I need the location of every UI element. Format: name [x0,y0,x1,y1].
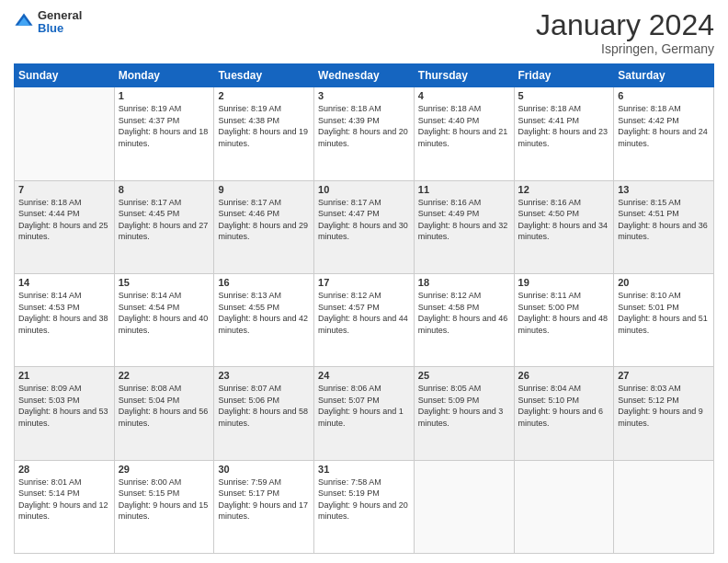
day-info: Sunrise: 8:16 AMSunset: 4:49 PMDaylight:… [418,197,510,243]
day-number: 5 [518,90,610,101]
day-info: Sunrise: 8:19 AMSunset: 4:38 PMDaylight:… [218,103,310,149]
calendar-week-row: 28Sunrise: 8:01 AMSunset: 5:14 PMDayligh… [15,460,714,553]
day-number: 13 [618,184,710,195]
table-row: 19Sunrise: 8:11 AMSunset: 5:00 PMDayligh… [514,273,614,366]
header-thursday: Thursday [414,64,514,87]
day-info: Sunrise: 8:17 AMSunset: 4:45 PMDaylight:… [119,197,210,243]
day-number: 6 [618,90,710,101]
day-number: 15 [119,277,210,288]
day-info: Sunrise: 8:15 AMSunset: 4:51 PMDaylight:… [618,197,710,243]
location: Ispringen, Germany [536,41,714,56]
day-info: Sunrise: 8:01 AMSunset: 5:14 PMDaylight:… [18,477,110,523]
day-info: Sunrise: 8:17 AMSunset: 4:46 PMDaylight:… [218,197,310,243]
table-row: 27Sunrise: 8:03 AMSunset: 5:12 PMDayligh… [614,367,714,460]
table-row: 22Sunrise: 8:08 AMSunset: 5:04 PMDayligh… [114,367,214,460]
day-info: Sunrise: 8:04 AMSunset: 5:10 PMDaylight:… [518,383,610,429]
day-info: Sunrise: 8:18 AMSunset: 4:44 PMDaylight:… [18,197,110,243]
day-number: 9 [218,184,310,195]
day-number: 22 [119,370,210,381]
day-info: Sunrise: 8:18 AMSunset: 4:39 PMDaylight:… [318,103,410,149]
day-info: Sunrise: 8:07 AMSunset: 5:06 PMDaylight:… [218,383,310,429]
logo-icon [14,12,34,32]
day-info: Sunrise: 8:12 AMSunset: 4:58 PMDaylight:… [418,290,510,336]
day-number: 31 [318,464,410,475]
table-row: 31Sunrise: 7:58 AMSunset: 5:19 PMDayligh… [314,460,415,553]
day-number: 25 [418,370,510,381]
day-number: 2 [218,90,310,101]
table-row: 12Sunrise: 8:16 AMSunset: 4:50 PMDayligh… [514,180,614,273]
day-info: Sunrise: 8:18 AMSunset: 4:40 PMDaylight:… [418,103,510,149]
table-row: 13Sunrise: 8:15 AMSunset: 4:51 PMDayligh… [614,180,714,273]
day-info: Sunrise: 8:18 AMSunset: 4:42 PMDaylight:… [618,103,710,149]
day-info: Sunrise: 8:10 AMSunset: 5:01 PMDaylight:… [618,290,710,336]
table-row [15,87,115,180]
table-row: 14Sunrise: 8:14 AMSunset: 4:53 PMDayligh… [15,273,115,366]
logo-blue: Blue [38,22,82,35]
header-friday: Friday [514,64,614,87]
logo-general: General [38,9,82,22]
calendar-week-row: 1Sunrise: 8:19 AMSunset: 4:37 PMDaylight… [15,87,714,180]
calendar-table: Sunday Monday Tuesday Wednesday Thursday… [14,63,714,554]
table-row: 5Sunrise: 8:18 AMSunset: 4:41 PMDaylight… [514,87,614,180]
day-number: 21 [18,370,110,381]
day-info: Sunrise: 8:18 AMSunset: 4:41 PMDaylight:… [518,103,610,149]
day-number: 8 [119,184,210,195]
day-info: Sunrise: 8:14 AMSunset: 4:54 PMDaylight:… [119,290,210,336]
table-row [514,460,614,553]
table-row: 1Sunrise: 8:19 AMSunset: 4:37 PMDaylight… [114,87,214,180]
header-monday: Monday [114,64,214,87]
day-info: Sunrise: 8:16 AMSunset: 4:50 PMDaylight:… [518,197,610,243]
table-row: 4Sunrise: 8:18 AMSunset: 4:40 PMDaylight… [414,87,514,180]
logo: General Blue [14,9,82,36]
table-row: 2Sunrise: 8:19 AMSunset: 4:38 PMDaylight… [214,87,314,180]
table-row: 17Sunrise: 8:12 AMSunset: 4:57 PMDayligh… [314,273,415,366]
title-section: January 2024 Ispringen, Germany [536,9,714,56]
day-number: 1 [119,90,210,101]
day-number: 17 [318,277,410,288]
table-row: 8Sunrise: 8:17 AMSunset: 4:45 PMDaylight… [114,180,214,273]
day-number: 24 [318,370,410,381]
day-number: 23 [218,370,310,381]
day-info: Sunrise: 8:19 AMSunset: 4:37 PMDaylight:… [119,103,210,149]
table-row: 6Sunrise: 8:18 AMSunset: 4:42 PMDaylight… [614,87,714,180]
day-info: Sunrise: 8:14 AMSunset: 4:53 PMDaylight:… [18,290,110,336]
calendar-week-row: 7Sunrise: 8:18 AMSunset: 4:44 PMDaylight… [15,180,714,273]
day-number: 14 [18,277,110,288]
day-info: Sunrise: 8:06 AMSunset: 5:07 PMDaylight:… [318,383,410,429]
table-row: 3Sunrise: 8:18 AMSunset: 4:39 PMDaylight… [314,87,415,180]
day-info: Sunrise: 8:11 AMSunset: 5:00 PMDaylight:… [518,290,610,336]
table-row: 15Sunrise: 8:14 AMSunset: 4:54 PMDayligh… [114,273,214,366]
table-row: 21Sunrise: 8:09 AMSunset: 5:03 PMDayligh… [15,367,115,460]
calendar-week-row: 14Sunrise: 8:14 AMSunset: 4:53 PMDayligh… [15,273,714,366]
table-row: 25Sunrise: 8:05 AMSunset: 5:09 PMDayligh… [414,367,514,460]
day-number: 10 [318,184,410,195]
page: General Blue January 2024 Ispringen, Ger… [0,0,728,563]
day-info: Sunrise: 8:13 AMSunset: 4:55 PMDaylight:… [218,290,310,336]
table-row: 11Sunrise: 8:16 AMSunset: 4:49 PMDayligh… [414,180,514,273]
table-row: 28Sunrise: 8:01 AMSunset: 5:14 PMDayligh… [15,460,115,553]
header: General Blue January 2024 Ispringen, Ger… [14,9,714,56]
day-info: Sunrise: 8:09 AMSunset: 5:03 PMDaylight:… [18,383,110,429]
table-row: 30Sunrise: 7:59 AMSunset: 5:17 PMDayligh… [214,460,314,553]
day-number: 18 [418,277,510,288]
header-sunday: Sunday [15,64,115,87]
day-number: 30 [218,464,310,475]
table-row: 7Sunrise: 8:18 AMSunset: 4:44 PMDaylight… [15,180,115,273]
day-info: Sunrise: 8:17 AMSunset: 4:47 PMDaylight:… [318,197,410,243]
table-row: 9Sunrise: 8:17 AMSunset: 4:46 PMDaylight… [214,180,314,273]
table-row: 10Sunrise: 8:17 AMSunset: 4:47 PMDayligh… [314,180,415,273]
day-number: 20 [618,277,710,288]
table-row: 20Sunrise: 8:10 AMSunset: 5:01 PMDayligh… [614,273,714,366]
calendar-week-row: 21Sunrise: 8:09 AMSunset: 5:03 PMDayligh… [15,367,714,460]
day-number: 29 [119,464,210,475]
table-row: 18Sunrise: 8:12 AMSunset: 4:58 PMDayligh… [414,273,514,366]
day-info: Sunrise: 8:03 AMSunset: 5:12 PMDaylight:… [618,383,710,429]
day-number: 7 [18,184,110,195]
header-wednesday: Wednesday [314,64,415,87]
day-number: 3 [318,90,410,101]
day-number: 16 [218,277,310,288]
day-info: Sunrise: 8:05 AMSunset: 5:09 PMDaylight:… [418,383,510,429]
table-row: 26Sunrise: 8:04 AMSunset: 5:10 PMDayligh… [514,367,614,460]
day-info: Sunrise: 7:59 AMSunset: 5:17 PMDaylight:… [218,477,310,523]
table-row: 24Sunrise: 8:06 AMSunset: 5:07 PMDayligh… [314,367,415,460]
